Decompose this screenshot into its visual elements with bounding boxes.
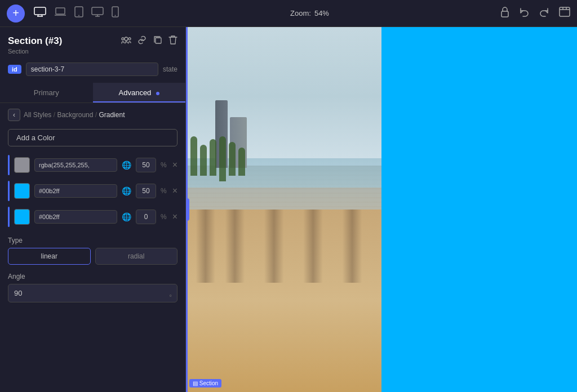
svg-rect-4 <box>56 8 65 14</box>
remove-color-3[interactable]: × <box>172 212 177 222</box>
id-row: id state <box>0 58 185 83</box>
topbar-right <box>500 6 570 20</box>
color-swatch-3[interactable] <box>14 209 30 225</box>
tab-active-dot <box>156 92 159 95</box>
monitor-icon[interactable] <box>91 7 104 20</box>
breadcrumb-back-button[interactable]: ‹ <box>8 109 20 121</box>
pages-icon[interactable] <box>559 7 570 20</box>
section-badge-icon: ▤ <box>193 380 199 386</box>
group-icon[interactable] <box>121 35 131 46</box>
breadcrumb-row: ‹ All Styles / Background / Gradient <box>0 103 185 126</box>
svg-rect-7 <box>92 7 103 15</box>
device-icons <box>34 6 119 20</box>
lock-icon[interactable] <box>500 6 509 20</box>
svg-point-18 <box>122 38 124 40</box>
section-subtitle: Section <box>8 48 177 55</box>
color-swatch-2[interactable] <box>14 183 30 199</box>
svg-rect-13 <box>560 7 570 16</box>
zoom-label: Zoom: <box>290 9 311 17</box>
remove-color-1[interactable]: × <box>172 160 177 170</box>
canvas-area: ‹ <box>186 27 577 392</box>
link-icon[interactable] <box>137 35 147 46</box>
tab-advanced-label: Advanced <box>119 88 152 97</box>
state-label: state <box>163 65 177 73</box>
tab-primary[interactable]: Primary <box>0 83 93 103</box>
color-left-bar-1 <box>8 155 10 175</box>
id-input[interactable] <box>26 63 158 76</box>
svg-point-6 <box>78 15 79 16</box>
add-color-button[interactable]: Add a Color <box>8 129 177 146</box>
tree-1 <box>190 136 197 176</box>
main-content: Section (#3) <box>0 27 577 392</box>
svg-rect-12 <box>501 11 508 17</box>
degree-sign: ° <box>169 293 172 301</box>
beach-image <box>186 27 381 392</box>
desktop-icon[interactable] <box>34 7 46 20</box>
tree-5 <box>229 142 236 176</box>
globe-icon-1[interactable]: 🌐 <box>122 161 131 170</box>
chevron-left-icon: ‹ <box>13 111 15 119</box>
color-value-input-3[interactable] <box>34 210 117 224</box>
laptop-icon[interactable] <box>54 7 66 20</box>
svg-point-17 <box>125 37 128 41</box>
id-badge: id <box>8 65 21 74</box>
collapse-handle[interactable]: ‹ <box>186 198 189 221</box>
color-opacity-input-2[interactable] <box>136 184 156 198</box>
breadcrumb: All Styles / Background / Gradient <box>24 111 125 119</box>
plus-icon: + <box>12 7 19 20</box>
collapse-arrow-icon: ‹ <box>186 207 187 213</box>
tree-6 <box>238 148 245 176</box>
delete-icon[interactable] <box>168 35 177 47</box>
blue-section <box>381 27 577 392</box>
color-left-bar-3 <box>8 207 10 227</box>
color-value-input-2[interactable] <box>34 184 117 198</box>
left-panel: Section (#3) <box>0 27 186 392</box>
remove-color-2[interactable]: × <box>172 186 177 196</box>
topbar-left: + <box>7 5 119 23</box>
section-title: Section (#3) <box>8 35 62 47</box>
mobile-icon[interactable] <box>112 6 119 20</box>
color-swatch-1[interactable] <box>14 157 30 173</box>
redo-icon[interactable] <box>539 6 550 20</box>
tree-4 <box>219 136 226 181</box>
section-badge-text: Section <box>199 380 218 386</box>
angle-label: Angle <box>0 270 185 284</box>
topbar-center: Zoom: 54% <box>290 9 329 17</box>
linear-button[interactable]: linear <box>8 248 91 265</box>
section-container <box>186 27 577 392</box>
zoom-value: 54% <box>314 9 329 17</box>
color-row-3: 🌐 % × <box>0 204 185 230</box>
tab-primary-label: Primary <box>34 88 59 97</box>
breadcrumb-all-styles[interactable]: All Styles <box>24 111 51 119</box>
color-opacity-input-3[interactable] <box>136 210 156 224</box>
color-row-1: 🌐 % × <box>0 152 185 178</box>
svg-rect-20 <box>156 38 161 43</box>
breadcrumb-background[interactable]: Background <box>57 111 93 119</box>
add-button[interactable]: + <box>7 5 25 23</box>
globe-icon-2[interactable]: 🌐 <box>122 186 131 195</box>
tree-2 <box>200 145 207 176</box>
color-opacity-input-1[interactable] <box>136 158 156 172</box>
percent-sign-1: % <box>161 161 167 169</box>
angle-input[interactable] <box>8 284 177 302</box>
color-value-input-1[interactable] <box>34 158 117 172</box>
tabs-row: Primary Advanced <box>0 83 185 103</box>
svg-point-11 <box>115 15 116 16</box>
section-header: Section (#3) <box>0 27 185 58</box>
section-actions <box>121 35 177 47</box>
breadcrumb-gradient[interactable]: Gradient <box>99 111 125 119</box>
globe-icon-3[interactable]: 🌐 <box>122 212 131 221</box>
tablet-icon[interactable] <box>74 6 83 20</box>
percent-sign-3: % <box>161 213 167 221</box>
color-row-2: 🌐 % × <box>0 178 185 204</box>
duplicate-icon[interactable] <box>153 35 163 46</box>
tree-3 <box>210 139 216 176</box>
type-label: Type <box>0 230 185 248</box>
tab-advanced[interactable]: Advanced <box>93 83 186 103</box>
percent-sign-2: % <box>161 187 167 195</box>
svg-rect-0 <box>34 7 46 15</box>
svg-point-19 <box>128 38 131 40</box>
undo-icon[interactable] <box>518 6 530 20</box>
topbar: + <box>0 0 577 27</box>
radial-button[interactable]: radial <box>95 248 178 265</box>
